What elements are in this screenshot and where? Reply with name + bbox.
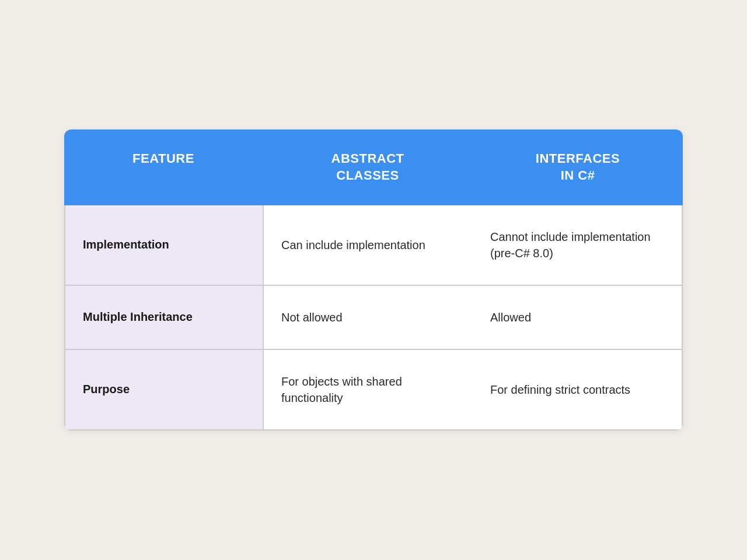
data-cell-interface-purpose: For defining strict contracts <box>473 350 682 429</box>
feature-cell-implementation: Implementation <box>65 205 264 285</box>
data-cell-abstract-inheritance: Not allowed <box>264 286 473 349</box>
data-cell-abstract-implementation: Can include implementation <box>264 205 473 285</box>
table-row: Implementation Can include implementatio… <box>65 205 682 286</box>
comparison-table: FEATURE ABSTRACTCLASSES INTERFACESIN C# … <box>64 130 683 430</box>
feature-cell-purpose: Purpose <box>65 350 264 429</box>
feature-label: Purpose <box>83 383 130 396</box>
data-cell-interface-implementation: Cannot include implementation (pre-C# 8.… <box>473 205 682 285</box>
feature-label: Multiple Inheritance <box>83 310 193 324</box>
header-feature: FEATURE <box>64 130 263 205</box>
table-row: Purpose For objects with shared function… <box>65 350 682 429</box>
table-body: Implementation Can include implementatio… <box>64 205 683 430</box>
feature-cell-inheritance: Multiple Inheritance <box>65 286 264 349</box>
table-header: FEATURE ABSTRACTCLASSES INTERFACESIN C# <box>64 130 683 205</box>
table-row: Multiple Inheritance Not allowed Allowed <box>65 286 682 350</box>
feature-label: Implementation <box>83 238 169 251</box>
header-abstract: ABSTRACTCLASSES <box>263 130 473 205</box>
header-interface: INTERFACESIN C# <box>473 130 683 205</box>
data-cell-abstract-purpose: For objects with shared functionality <box>264 350 473 429</box>
data-cell-interface-inheritance: Allowed <box>473 286 682 349</box>
